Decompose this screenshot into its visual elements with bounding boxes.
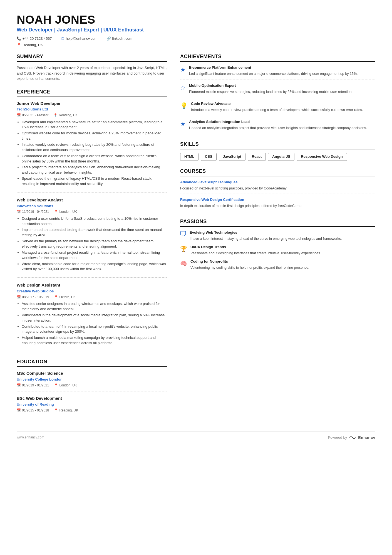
achievement-title-2: Mobile Optimisation Expert (189, 83, 353, 88)
left-column: SUMMARY Passionate Web Developer with ov… (17, 53, 167, 423)
passion-icon-1 (180, 231, 186, 241)
skills-title: SKILLS (180, 140, 375, 149)
phone-icon: 📞 (17, 36, 21, 41)
achievement-content-3: Code Review Advocate Introduced a weekly… (191, 101, 363, 112)
achievement-content-1: E-commerce Platform Enhancement Led a si… (189, 65, 358, 76)
page-footer: www.enhancv.com Powered by Enhancv (17, 431, 375, 440)
email-icon: @ (61, 36, 64, 41)
achievement-icon-1: ★ (180, 65, 186, 76)
experience-title: EXPERIENCE (17, 88, 167, 97)
achievement-icon-4: ★ (180, 120, 186, 130)
passion-icon-3: 🧠 (180, 260, 187, 270)
svg-rect-0 (181, 231, 186, 235)
summary-title: SUMMARY (17, 53, 167, 62)
calendar-edu-1: 📅 (17, 383, 21, 388)
bullet-1-5: Led a project to integrate an analytics … (22, 165, 167, 175)
bullet-1-6: Spearheaded the migration of legacy HTML… (22, 176, 167, 187)
calendar-icon-3: 📅 (17, 295, 21, 300)
skill-html: HTML (180, 153, 199, 161)
achievement-icon-2: ☆ (180, 83, 186, 94)
school-2: University of Reading (17, 402, 167, 407)
education-section: EDUCATION MSc Computer Science Universit… (17, 358, 167, 416)
achievement-desc-2: Pioneered mobile responsive strategies, … (189, 89, 353, 94)
education-title: EDUCATION (17, 358, 167, 367)
achievement-title-3: Code Review Advocate (191, 101, 363, 107)
edu-meta-1: 📅 01/2019 - 01/2021 📍 London, UK (17, 383, 167, 388)
passion-2: 🏆 UI/UX Design Trends Passionate about d… (180, 245, 375, 256)
bullet-3-4: Helped launch a multimedia marketing cam… (22, 335, 167, 346)
linkedin-item: 🔗 linkedin.com (106, 36, 132, 41)
job-dates-2: 📅 11/2019 - 04/2021 (17, 209, 49, 214)
job-block-2: Web Developer Analyst Innovatech Solutio… (17, 197, 167, 278)
bullet-2-2: Implemented an automated testing framewo… (22, 227, 167, 238)
calendar-icon-2: 📅 (17, 209, 21, 214)
bullet-2-1: Designed a user-centric UI for a SaaS pr… (22, 216, 167, 227)
passion-title-3: Coding for Nonprofits (190, 259, 309, 264)
footer-website: www.enhancv.com (17, 435, 44, 440)
summary-text: Passionate Web Developer with over 2 yea… (17, 65, 167, 82)
job-title-2: Web Developer Analyst (17, 197, 167, 203)
achievement-title-4: Analytics Solution Integration Lead (189, 119, 367, 125)
course-title-1: Advanced JavaScript Techniques (180, 180, 375, 185)
pin-icon-1: 📍 (53, 113, 58, 118)
email-item: @ help@enhancv.com (61, 36, 97, 41)
passion-desc-1: I have a keen interest in staying ahead … (190, 236, 342, 241)
achievement-3: 💡 Code Review Advocate Introduced a week… (180, 101, 375, 116)
job-location-1: 📍 Reading, UK (53, 113, 78, 118)
skill-responsive: Responsive Web Design (297, 153, 347, 161)
columns-container: SUMMARY Passionate Web Developer with ov… (17, 53, 375, 423)
passion-title-2: UI/UX Design Trends (190, 245, 321, 250)
course-2: Responsive Web Design Certification In-d… (180, 197, 375, 211)
bullets-3: Assisted senior designers in creating wi… (17, 301, 167, 346)
passion-desc-3: Volunteering my coding skills to help no… (190, 265, 309, 270)
bullets-1: Developed and implemented a new feature … (17, 120, 167, 187)
experience-section: EXPERIENCE Junior Web Developer TechSolu… (17, 88, 167, 351)
achievement-icon-3: 💡 (180, 102, 188, 112)
linkedin-value: linkedin.com (112, 36, 132, 41)
calendar-icon-1: 📅 (17, 113, 21, 118)
bullet-3-2: Participated in the development of a soc… (22, 313, 167, 323)
skill-css: CSS (201, 153, 217, 161)
achievement-title-1: E-commerce Platform Enhancement (189, 65, 358, 70)
job-meta-1: 📅 05/2021 - Present 📍 Reading, UK (17, 113, 167, 118)
candidate-title: Web Developer | JavaScript Expert | UI/U… (17, 26, 375, 33)
achievement-1: ★ E-commerce Platform Enhancement Led a … (180, 65, 375, 80)
achievement-content-2: Mobile Optimisation Expert Pioneered mob… (189, 83, 353, 94)
job-title-1: Junior Web Developer (17, 100, 167, 107)
achievement-content-4: Analytics Solution Integration Lead Head… (189, 119, 367, 130)
skill-javascript: JavaScript (219, 153, 245, 161)
degree-2: BSc Web Development (17, 395, 167, 401)
edu-dates-1: 📅 01/2019 - 01/2021 (17, 383, 49, 388)
courses-section: COURSES Advanced JavaScript Techniques F… (180, 167, 375, 211)
course-desc-1: Focused on next-level scripting practice… (180, 186, 375, 191)
achievement-desc-4: Headed an analytics integration project … (189, 125, 367, 130)
courses-title: COURSES (180, 167, 375, 176)
location-icon: 📍 (17, 43, 21, 48)
skills-section: SKILLS HTML CSS JavaScript React Angular… (180, 140, 375, 161)
candidate-name: NOAH JONES (17, 13, 375, 26)
course-desc-2: In-depth exploration of mobile-first des… (180, 203, 375, 208)
passion-desc-2: Passionate about designing interfaces th… (190, 251, 321, 256)
passions-section: PASSIONS Evolving Web Technologies I hav… (180, 218, 375, 270)
job-block-3: Web Design Assistant Creative Web Studio… (17, 282, 167, 351)
course-1: Advanced JavaScript Techniques Focused o… (180, 180, 375, 194)
passion-content-3: Coding for Nonprofits Volunteering my co… (190, 259, 309, 270)
bullet-1-1: Developed and implemented a new feature … (22, 120, 167, 130)
company-3: Creative Web Studios (17, 289, 167, 294)
achievements-title: ACHIEVEMENTS (180, 53, 375, 62)
skill-angularjs: AngularJS (268, 153, 294, 161)
passion-content-2: UI/UX Design Trends Passionate about des… (190, 245, 321, 256)
passion-content-1: Evolving Web Technologies I have a keen … (190, 230, 342, 241)
passions-title: PASSIONS (180, 218, 375, 227)
summary-section: SUMMARY Passionate Web Developer with ov… (17, 53, 167, 82)
course-title-2: Responsive Web Design Certification (180, 197, 375, 203)
passion-3: 🧠 Coding for Nonprofits Volunteering my … (180, 259, 375, 270)
edu-location-2: 📍 Reading, UK (54, 408, 78, 413)
job-location-2: 📍 London, UK (54, 209, 77, 214)
right-column: ACHIEVEMENTS ★ E-commerce Platform Enhan… (180, 53, 375, 423)
skill-react: React (248, 153, 266, 161)
edu-meta-2: 📅 01/2015 - 01/2018 📍 Reading, UK (17, 408, 167, 413)
enhancv-logo-svg (349, 435, 356, 440)
bullet-2-5: Wrote clear, maintainable code for a maj… (22, 262, 167, 272)
school-1: University College London (17, 377, 167, 382)
